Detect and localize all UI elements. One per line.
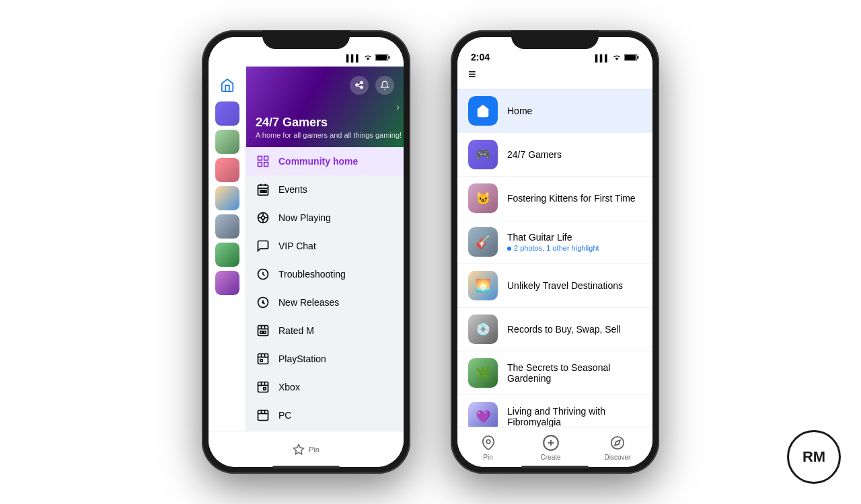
list-info-kittens: Fostering Kittens for First Time [507,193,642,204]
rated-m-icon [256,323,270,338]
svg-rect-6 [258,163,262,167]
rated-m-label: Rated M [278,325,314,336]
sidebar-avatar-green[interactable] [215,243,239,267]
bottom-discover[interactable]: Discover [605,434,631,461]
bottom-pin[interactable]: Pin [480,434,497,461]
menu-item-xbox[interactable]: Xbox [246,373,404,401]
playstation-icon [256,351,270,366]
banner-content: 24/7 Gamers A home for all gamers and al… [256,116,402,139]
p2-bottom-bar: Pin Create [457,427,652,467]
kittens-figure: 🐱 [468,183,498,213]
banner-title: 24/7 Gamers [256,116,402,130]
banner-chevron-icon[interactable]: › [396,101,400,112]
signal-icon-1: ▌▌▌ [346,54,361,62]
svg-marker-51 [615,440,620,446]
status-bar-2: 2:04 ▌▌▌ [457,37,652,67]
menu-item-pc[interactable]: PC [246,401,404,429]
vip-chat-label: VIP Chat [278,241,316,251]
svg-rect-33 [260,360,262,362]
avatar-travel: 🌅 [468,271,498,300]
home-indicator-1[interactable] [272,466,340,468]
list-item-records[interactable]: 💿 Records to Buy, Swap, Sell [457,308,652,351]
banner-actions [350,76,394,95]
p1-menu-scroll[interactable]: 24/7 Gamers A home for all gamers and al… [246,67,404,431]
home-icon-bg [468,96,498,126]
list-info-guitar: That Guitar Life 2 photos, 1 other highl… [507,232,642,252]
garden-name: The Secrets to Seasonal Gardening [507,362,642,384]
avatar-fibro: 💜 [468,402,498,427]
avatar-records: 💿 [468,314,498,344]
sidebar-avatar-purple[interactable] [215,271,239,295]
svg-rect-39 [258,411,268,421]
home-name: Home [507,106,642,116]
sidebar-avatar-street[interactable] [215,214,239,239]
menu-item-rated-m[interactable]: Rated M [246,317,404,345]
p2-content: ≡ [457,67,652,467]
phone-1-screen: ▌▌▌ [209,37,404,467]
sidebar-avatar-gaming[interactable] [215,101,239,126]
pin-icon-p1 [293,444,305,456]
playstation-label: PlayStation [278,353,326,364]
p1-sidebar [209,67,246,431]
p2-groups-list[interactable]: Home 🎮 24/7 Gamers [457,89,652,427]
notification-button[interactable] [375,76,394,95]
list-item-home[interactable]: Home [457,89,652,133]
menu-item-vip-chat[interactable]: VIP Chat [246,232,404,260]
troubleshooting-label: Troubleshooting [278,269,346,280]
svg-rect-5 [264,163,268,167]
menu-item-playstation[interactable]: PlayStation [246,345,404,373]
list-item-travel[interactable]: 🌅 Unlikely Travel Destinations [457,264,652,308]
menu-item-now-playing[interactable]: Now Playing [246,204,404,232]
svg-point-46 [486,439,490,444]
list-item-guitar[interactable]: 🎸 That Guitar Life 2 photos, 1 other hig… [457,220,652,264]
now-playing-icon [256,210,270,225]
list-info-garden: The Secrets to Seasonal Gardening [507,362,642,384]
menu-item-new-releases[interactable]: New Releases [246,288,404,317]
events-icon [256,182,270,197]
sidebar-avatar-nature[interactable] [215,130,239,154]
community-home-label: Community home [278,156,358,167]
svg-rect-13 [265,191,267,193]
troubleshooting-icon [256,267,270,282]
status-bar-1: ▌▌▌ [209,37,404,67]
create-label: Create [541,454,561,461]
sidebar-avatar-scenic[interactable] [215,186,239,210]
list-item-kittens[interactable]: 🐱 Fostering Kittens for First Time [457,177,652,220]
pin-icon-p2 [480,434,497,452]
p1-main: 24/7 Gamers A home for all gamers and al… [209,67,404,431]
menu-item-troubleshooting[interactable]: Troubleshooting [246,260,404,288]
battery-icon-2 [624,54,639,62]
gamers-name: 24/7 Gamers [507,149,642,160]
home-indicator-2[interactable] [521,466,589,468]
menu-item-community-home[interactable]: Community home [246,147,404,175]
svg-point-50 [611,436,624,448]
sidebar-home-icon[interactable] [215,73,239,97]
banner-subtitle: A home for all gamers and all things gam… [256,131,402,139]
phone-2: 2:04 ▌▌▌ ≡ [451,30,659,474]
sidebar-avatar-social[interactable] [215,158,239,182]
highlight-dot [507,247,511,251]
avatar-gamers: 🎮 [468,140,498,169]
avatar-home [468,96,498,126]
avatar-guitar: 🎸 [468,227,498,257]
avatar-kittens: 🐱 [468,183,498,213]
svg-rect-4 [264,157,268,161]
community-banner: 24/7 Gamers A home for all gamers and al… [246,67,404,147]
list-item-fibro[interactable]: 💜 Living and Thriving with Fibromyalgia [457,395,652,427]
list-info-gamers: 24/7 Gamers [507,149,642,160]
kittens-name: Fostering Kittens for First Time [507,193,642,204]
share-button[interactable] [350,76,369,95]
fibro-figure: 💜 [468,402,498,427]
wifi-icon-1 [363,54,373,62]
list-item-garden[interactable]: 🌿 The Secrets to Seasonal Gardening [457,351,652,395]
menu-item-events[interactable]: Events [246,175,404,204]
bottom-create[interactable]: Create [541,434,561,461]
list-item-gamers[interactable]: 🎮 24/7 Gamers [457,133,652,177]
list-info-home: Home [507,106,642,116]
menu-hamburger-icon[interactable]: ≡ [468,67,476,82]
p1-bottom-bar: Pin [209,431,404,467]
status-icons-1: ▌▌▌ [346,54,390,62]
pin-label-p2: Pin [483,454,492,461]
create-icon [542,434,560,452]
phone-1-inner: ▌▌▌ [209,37,404,467]
